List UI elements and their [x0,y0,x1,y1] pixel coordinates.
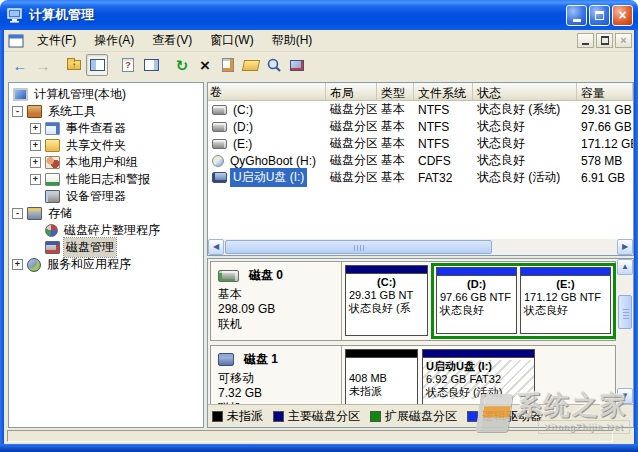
partition-size: 29.31 GB NT [346,289,427,302]
delete-button[interactable]: × [194,54,216,76]
forward-button[interactable]: → [32,54,54,76]
partition-d[interactable]: (D:) 97.66 GB NTF 状态良好 [436,267,517,334]
legend-extended-partition: 扩展磁盘分区 [370,408,457,425]
disk-tools-button[interactable] [286,54,308,76]
mdi-restore-button[interactable] [596,33,613,48]
collapse-icon[interactable]: - [12,208,23,219]
partition-size: 97.66 GB NTF [437,291,516,304]
volume-name: (C:) [230,102,256,118]
disk-0-kind: 基本 [218,287,341,302]
drive-icon [212,105,227,115]
volume-name: QyGhoBoot (H:) [227,153,319,169]
table-row-volume-d[interactable]: (D:) 磁盘分区 基本 NTFS 状态良好 97.66 GB [208,118,633,135]
expand-icon[interactable]: + [12,259,23,270]
toolbar: ← → ↑ ? ↻ × p [4,52,634,78]
legend-unallocated: 未指派 [212,408,263,425]
refresh-icon: ↻ [176,58,189,73]
volume-list-pane: 卷 布局 类型 文件系统 状态 容量 (C:) 磁盘分区 基本 NTFS 状态良… [207,82,634,256]
menu-help[interactable]: 帮助(H) [263,29,322,52]
title-bar[interactable]: 计算机管理 × [0,0,638,30]
legend-color-swatch [273,411,284,422]
menu-action[interactable]: 操作(A) [85,29,143,52]
disk-0-header[interactable]: 磁盘 0 基本 298.09 GB 联机 [211,262,342,340]
partition-label: (D:) [437,278,516,291]
column-header-type[interactable]: 类型 [377,83,414,101]
tree-item-shared-folders[interactable]: + 共享文件夹 [30,137,203,154]
expand-icon[interactable]: + [30,140,41,151]
removable-disk-icon [218,353,234,366]
volume-table-header: 卷 布局 类型 文件系统 状态 容量 [208,83,633,101]
search-button[interactable] [263,54,285,76]
tree-item-disk-management[interactable]: 磁盘管理 [30,239,203,256]
expand-icon[interactable]: + [30,123,41,134]
open-folder-icon [242,60,260,71]
tree-item-event-viewer[interactable]: + 事件查看器 [30,120,203,137]
menu-view[interactable]: 查看(V) [143,29,201,52]
partition-status: 状态良好 (系 [346,302,427,315]
scroll-right-button[interactable]: ▶ [617,239,633,255]
collapse-icon[interactable]: - [12,106,23,117]
volume-status: 状态良好 [473,152,577,169]
defragmenter-icon [45,224,58,237]
scroll-left-button[interactable]: ◀ [208,239,224,255]
minimize-icon [573,19,581,22]
up-level-button[interactable]: ↑ [63,54,85,76]
volume-name: (E:) [230,136,255,152]
export-list-button[interactable]: ? [117,54,139,76]
tree-item-performance-logs[interactable]: + 性能日志和警报 [30,171,203,188]
search-icon [266,57,282,73]
cd-rom-icon [212,155,224,167]
tree-item-services-applications[interactable]: + 服务和应用程序 [12,256,203,273]
back-button[interactable]: ← [9,54,31,76]
usb-drive-icon [212,172,227,183]
console-tree-icon [90,59,105,71]
maximize-button[interactable] [589,5,610,26]
disk-0-row: 磁盘 0 基本 298.09 GB 联机 (C:) 29.31 GB NT 状态… [210,261,616,341]
minimize-button[interactable] [566,5,587,26]
show-console-tree-button[interactable] [86,54,108,76]
column-header-filesystem[interactable]: 文件系统 [414,83,473,101]
table-row-volume-e[interactable]: (E:) 磁盘分区 基本 NTFS 状态良好 171.12 GB [208,135,633,152]
column-header-volume[interactable]: 卷 [208,83,326,101]
mdi-minimize-button[interactable] [577,33,594,48]
mdi-close-button[interactable]: × [615,33,632,48]
column-header-layout[interactable]: 布局 [326,83,377,101]
column-header-status[interactable]: 状态 [473,83,577,101]
volume-capacity: 6.91 GB [577,171,633,185]
scrollbar-thumb[interactable] [618,295,632,329]
expand-icon[interactable]: + [30,157,41,168]
refresh-button[interactable]: ↻ [171,54,193,76]
volume-filesystem: CDFS [414,154,473,168]
scroll-down-button[interactable]: ▼ [617,388,633,404]
partition-status: 状态良好 [437,304,516,317]
show-action-pane-button[interactable] [140,54,162,76]
column-header-capacity[interactable]: 容量 [577,83,633,101]
volume-status: 状态良好 [473,135,577,152]
table-row-volume-i-selected[interactable]: U启动U盘 (I:) 磁盘分区 基本 FAT32 状态良好 (活动) 6.91 … [208,169,633,186]
properties-button[interactable]: p [217,54,239,76]
tree-item-device-manager[interactable]: 设备管理器 [30,188,203,205]
table-row-volume-h[interactable]: QyGhoBoot (H:) 磁盘分区 基本 CDFS 状态良好 578 MB [208,152,633,169]
table-row-volume-c[interactable]: (C:) 磁盘分区 基本 NTFS 状态良好 (系统) 29.31 GB [208,101,633,118]
open-button[interactable] [240,54,262,76]
tree-item-label: 服务和应用程序 [45,255,133,274]
tree-item-local-users-groups[interactable]: + 本地用户和组 [30,154,203,171]
partition-c[interactable]: (C:) 29.31 GB NT 状态良好 (系 [345,265,428,336]
expand-icon[interactable]: + [30,174,41,185]
toolbar-separator [165,55,169,75]
tree-item-computer-management[interactable]: 计算机管理(本地) [13,86,203,103]
volume-status: 状态良好 (活动) [473,169,577,186]
tree-item-storage[interactable]: - 存储 [12,205,203,222]
menu-window[interactable]: 窗口(W) [201,29,262,52]
tree-item-disk-defragmenter[interactable]: 磁盘碎片整理程序 [30,222,203,239]
close-button[interactable]: × [612,5,633,26]
menu-file[interactable]: 文件(F) [28,29,85,52]
scrollbar-thumb[interactable] [225,240,492,254]
legend-color-swatch [370,411,381,422]
logical-drive-stripe [521,268,610,276]
toolbox-icon [27,105,42,118]
scroll-up-button[interactable]: ▲ [617,259,633,275]
window-frame-right [634,30,638,444]
tree-item-system-tools[interactable]: - 系统工具 [12,103,203,120]
partition-e[interactable]: (E:) 171.12 GB NTF 状态良好 [520,267,611,334]
